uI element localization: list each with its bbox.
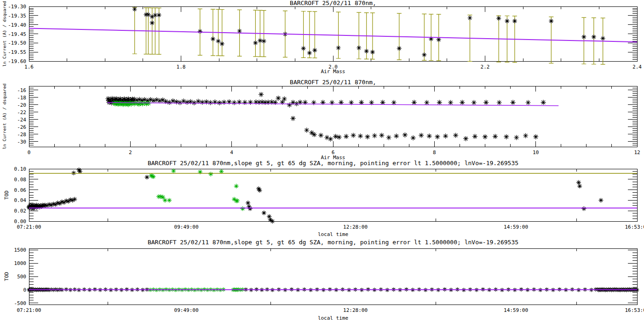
panel2-title: BARCROFT 25/02/11 870nm, bbox=[29, 79, 637, 86]
y-tick-label: 0.02 bbox=[14, 208, 27, 214]
y-tick-label: 500 bbox=[17, 274, 26, 280]
y-tick-label: 1500 bbox=[14, 247, 27, 253]
x-tick-label: 12:28:00 bbox=[343, 307, 368, 313]
panel-2-ticks bbox=[29, 86, 637, 147]
series-all-points bbox=[105, 92, 546, 142]
panel4-title: BARCROFT 25/02/11 870nm,slope gt 5, gt 6… bbox=[29, 239, 637, 246]
panel-3: 07:21:0009:49:0012:28:0014:59:0016:53:00… bbox=[4, 166, 644, 230]
x-tick-label: 07:21:00 bbox=[17, 307, 41, 313]
y-tick-label: 0.08 bbox=[14, 177, 27, 183]
x-tick-label: 09:49:00 bbox=[174, 224, 199, 230]
y-tick-label: 0.06 bbox=[14, 187, 27, 193]
y-tick-label: 0.04 bbox=[14, 197, 27, 203]
y-tick-label: 0 bbox=[23, 287, 26, 293]
x-tick-label: 16:53:00 bbox=[625, 307, 644, 313]
panel-4: 07:21:0009:49:0012:28:0014:59:0016:53:00… bbox=[4, 247, 644, 313]
x-tick-label: 16:53:00 bbox=[625, 224, 644, 230]
y-tick-label: -19.35 bbox=[8, 13, 26, 19]
panel-1-frame bbox=[29, 6, 637, 61]
panel-4-ylabel: TOD bbox=[4, 272, 10, 281]
y-tick-label: -18 bbox=[17, 95, 26, 101]
y-tick-label: -19.30 bbox=[8, 4, 26, 10]
panel3-xlabel: local time bbox=[29, 232, 637, 237]
series-tod-selected bbox=[149, 169, 245, 211]
y-tick-label: -19.40 bbox=[8, 22, 26, 28]
panel-3-frame bbox=[29, 169, 637, 221]
x-tick-label: 07:21:00 bbox=[17, 224, 41, 230]
y-tick-label: -19.50 bbox=[8, 40, 26, 46]
y-tick-label: -19.60 bbox=[8, 58, 26, 64]
y-tick-label: -28 bbox=[17, 132, 26, 138]
y-tick-label: -22 bbox=[17, 109, 26, 115]
plot-window: 1.61.82.02.22.4-19.60-19.55-19.50-19.45-… bbox=[0, 0, 644, 322]
panel-2-frame bbox=[29, 86, 637, 147]
y-tick-label: 1000 bbox=[14, 260, 27, 266]
panel4-xlabel: local time bbox=[29, 316, 637, 321]
panel-3-ylabel: TOD bbox=[4, 190, 10, 200]
y-tick-label: -19.55 bbox=[8, 49, 26, 55]
y-tick-label: 0.10 bbox=[14, 166, 27, 172]
y-tick-label: -16 bbox=[17, 87, 26, 93]
y-tick-label: 0.00 bbox=[14, 218, 27, 224]
panel-2: 024681012-30-28-26-24-22-20-18-16ln Curr… bbox=[2, 84, 640, 156]
y-tick-label: -500 bbox=[14, 300, 27, 306]
x-tick-label: 09:49:00 bbox=[174, 307, 199, 313]
y-tick-label: -24 bbox=[17, 117, 26, 123]
fit-line bbox=[108, 103, 558, 106]
panel-4-ticks bbox=[29, 248, 644, 305]
panel-1: 1.61.82.02.22.4-19.60-19.55-19.50-19.45-… bbox=[2, 1, 642, 70]
x-tick-label: 14:59:00 bbox=[504, 224, 528, 230]
panel-4-frame bbox=[29, 248, 637, 305]
x-tick-label: 14:59:00 bbox=[504, 307, 528, 313]
panel-2-ylabel: ln Current (A) / dsquared bbox=[2, 84, 7, 150]
y-tick-label: -19.45 bbox=[8, 31, 26, 37]
series-tod-all bbox=[27, 167, 603, 224]
panel-3-ticks bbox=[29, 169, 644, 221]
panel1-title: BARCROFT 25/02/11 870nm, bbox=[29, 0, 637, 6]
y-tick-label: -26 bbox=[17, 124, 26, 130]
x-tick-label: 12:28:00 bbox=[343, 224, 368, 230]
y-tick-label: -20 bbox=[17, 102, 26, 108]
panel-1-ylabel: ln Current (A) / dsquared bbox=[2, 1, 7, 67]
panel-1-ticks bbox=[29, 6, 637, 61]
panel1-xlabel: Air Mass bbox=[29, 69, 637, 75]
fit-line bbox=[29, 28, 637, 42]
y-tick-label: -30 bbox=[17, 139, 26, 145]
panel3-title: BARCROFT 25/02/11 870nm,slope gt 5, gt 6… bbox=[29, 160, 637, 167]
